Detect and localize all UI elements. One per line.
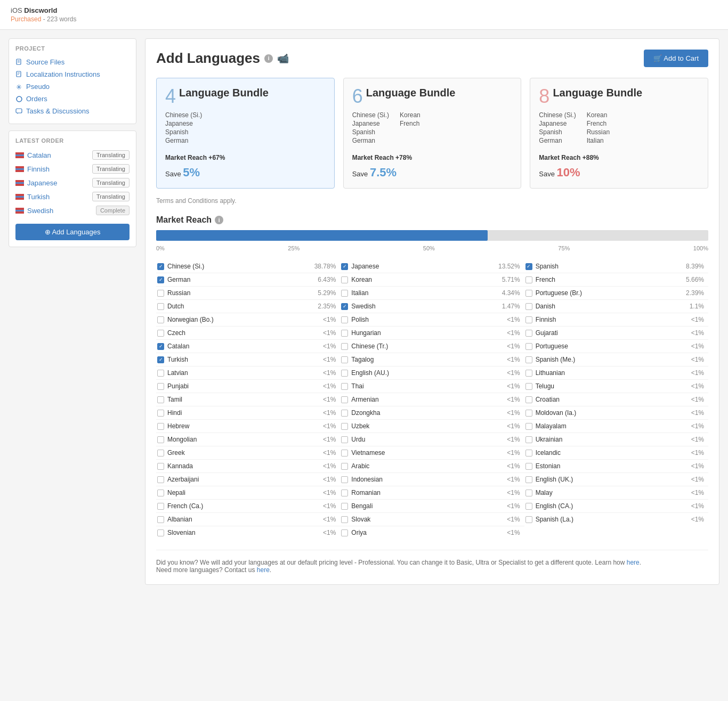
language-checkbox[interactable]	[157, 436, 164, 443]
sidebar-item-orders[interactable]: Orders	[15, 93, 130, 105]
market-reach-info-icon[interactable]: i	[215, 216, 223, 224]
language-checkbox[interactable]	[157, 303, 164, 310]
language-checkbox[interactable]: ✓	[157, 276, 164, 283]
video-icon[interactable]: 📹	[277, 53, 289, 64]
language-checkbox[interactable]	[157, 463, 164, 470]
lang-row: Hungarian <1%	[340, 327, 524, 340]
language-checkbox[interactable]	[157, 410, 164, 417]
language-checkbox[interactable]	[157, 383, 164, 390]
language-checkbox[interactable]	[341, 436, 348, 443]
footer-link-2[interactable]: here	[257, 566, 270, 574]
language-checkbox[interactable]	[341, 383, 348, 390]
language-checkbox[interactable]	[157, 490, 164, 496]
language-checkbox[interactable]	[157, 330, 164, 337]
language-checkbox[interactable]	[525, 490, 532, 496]
language-checkbox[interactable]	[341, 370, 348, 377]
order-language[interactable]: Finnish	[15, 165, 50, 173]
language-name: Catalan	[27, 151, 51, 159]
language-checkbox[interactable]	[157, 316, 164, 323]
language-checkbox[interactable]	[525, 316, 532, 323]
language-checkbox[interactable]	[525, 410, 532, 417]
language-checkbox[interactable]	[525, 503, 532, 510]
bundle-card-6[interactable]: 6 Language Bundle Chinese (Si.)JapaneseS…	[343, 78, 522, 189]
language-name: Telugu	[536, 382, 554, 390]
language-checkbox[interactable]	[341, 343, 348, 350]
sidebar-item-pseudo[interactable]: ✳ Pseudo	[15, 80, 130, 93]
language-checkbox[interactable]	[341, 410, 348, 417]
language-pct: <1%	[312, 422, 336, 430]
language-checkbox[interactable]	[525, 463, 532, 470]
language-checkbox[interactable]: ✓	[341, 303, 348, 310]
language-checkbox[interactable]	[525, 450, 532, 457]
order-language[interactable]: Swedish	[15, 207, 53, 215]
language-checkbox[interactable]	[157, 370, 164, 377]
language-checkbox[interactable]	[525, 343, 532, 350]
language-checkbox[interactable]: ✓	[157, 263, 164, 270]
language-checkbox[interactable]: ✓	[525, 263, 532, 270]
sidebar-item-source-files[interactable]: Source Files	[15, 56, 130, 68]
footer-link-1[interactable]: here	[627, 559, 640, 566]
terms-link[interactable]: Terms and Conditions	[156, 197, 218, 205]
language-checkbox[interactable]	[525, 330, 532, 337]
language-checkbox[interactable]	[341, 423, 348, 430]
language-checkbox[interactable]	[157, 503, 164, 510]
language-checkbox[interactable]	[341, 450, 348, 457]
language-checkbox[interactable]	[341, 356, 348, 363]
language-checkbox[interactable]	[157, 516, 164, 523]
bundle-card-4[interactable]: 4 Language Bundle Chinese (Si.)JapaneseS…	[156, 78, 335, 189]
language-checkbox[interactable]: ✓	[157, 356, 164, 363]
language-checkbox[interactable]	[341, 316, 348, 323]
language-checkbox[interactable]	[341, 330, 348, 337]
lang-row: ✓ Turkish <1%	[156, 353, 340, 366]
language-checkbox[interactable]: ✓	[341, 263, 348, 270]
language-checkbox[interactable]	[341, 290, 348, 297]
language-checkbox[interactable]	[525, 516, 532, 523]
language-pct: <1%	[496, 489, 520, 496]
language-name: Spanish (Me.)	[536, 356, 576, 363]
language-checkbox[interactable]	[525, 290, 532, 297]
language-name: Malay	[536, 489, 553, 496]
language-checkbox[interactable]	[341, 476, 348, 483]
sidebar-item-localization[interactable]: Localization Instructions	[15, 68, 130, 80]
language-col-1: ✓ Chinese (Si.) 38.78% ✓ German 6.43% Ru…	[156, 260, 340, 539]
language-checkbox[interactable]	[525, 383, 532, 390]
lang-row: Moldovan (Ia.) <1%	[524, 406, 708, 420]
language-checkbox[interactable]	[341, 276, 348, 283]
bundle-card-8[interactable]: 8 Language Bundle Chinese (Si.)JapaneseS…	[530, 78, 708, 189]
language-checkbox[interactable]	[341, 529, 348, 536]
lang-row: Dzongkha <1%	[340, 406, 524, 420]
language-checkbox[interactable]	[525, 303, 532, 310]
language-checkbox[interactable]	[157, 290, 164, 297]
language-checkbox[interactable]	[525, 356, 532, 363]
language-checkbox[interactable]	[525, 370, 532, 377]
language-checkbox[interactable]	[525, 436, 532, 443]
terms-suffix: apply.	[218, 197, 236, 205]
language-checkbox[interactable]	[525, 396, 532, 403]
language-checkbox[interactable]	[157, 423, 164, 430]
language-name: Moldovan (Ia.)	[536, 409, 577, 417]
language-checkbox[interactable]	[157, 396, 164, 403]
language-checkbox[interactable]	[525, 276, 532, 283]
language-checkbox[interactable]	[341, 503, 348, 510]
terms-conditions[interactable]: Terms and Conditions apply.	[156, 197, 708, 205]
language-pct: 5.29%	[312, 289, 336, 297]
add-languages-sidebar-button[interactable]: ⊕ Add Languages	[15, 224, 130, 240]
order-language[interactable]: Catalan	[15, 151, 51, 159]
sidebar-item-tasks[interactable]: Tasks & Discussions	[15, 105, 130, 117]
language-checkbox[interactable]	[157, 476, 164, 483]
order-language[interactable]: Turkish	[15, 193, 50, 201]
info-icon[interactable]: i	[264, 54, 273, 63]
language-checkbox[interactable]	[525, 423, 532, 430]
order-language[interactable]: Japanese	[15, 179, 57, 187]
language-checkbox[interactable]	[341, 396, 348, 403]
lang-left: Tamil	[157, 396, 182, 403]
language-pct: <1%	[496, 476, 520, 483]
language-checkbox[interactable]	[157, 529, 164, 536]
add-to-cart-button[interactable]: 🛒 Add to Cart	[644, 50, 708, 67]
language-checkbox[interactable]	[341, 516, 348, 523]
language-checkbox[interactable]	[341, 463, 348, 470]
language-checkbox[interactable]	[341, 490, 348, 496]
language-checkbox[interactable]: ✓	[157, 343, 164, 350]
language-checkbox[interactable]	[525, 476, 532, 483]
language-checkbox[interactable]	[157, 450, 164, 457]
